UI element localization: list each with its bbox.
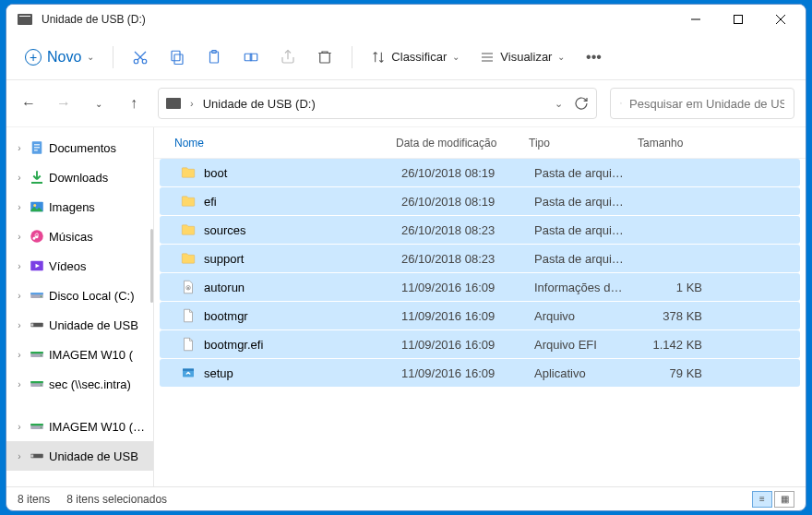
file-row[interactable]: bootmgr11/09/2016 16:09Arquivo378 KB (160, 302, 800, 329)
sidebar-item[interactable]: ›Unidade de USB (6, 310, 153, 340)
file-type: Pasta de arquivos (527, 252, 636, 266)
chevron-right-icon: › (14, 379, 25, 389)
file-icon (180, 336, 197, 353)
column-name[interactable]: Nome (167, 137, 388, 150)
column-type[interactable]: Tipo (521, 137, 630, 150)
chevron-right-icon: › (14, 350, 25, 360)
sidebar-item[interactable]: ›Unidade de USB (6, 441, 153, 471)
sidebar-item[interactable]: ›IMAGEM W10 ( (6, 340, 153, 369)
sidebar-item-label: sec (\\sec.intra) (49, 377, 131, 391)
scrollbar[interactable] (150, 229, 153, 303)
view-button[interactable]: Visualizar ⌄ (471, 44, 574, 70)
thumbnails-view-button[interactable]: ▦ (774, 491, 794, 508)
file-type: Aplicativo (527, 366, 636, 380)
explorer-window: Unidade de USB (D:) + Novo ⌄ Classificar… (6, 4, 806, 511)
sort-button[interactable]: Classificar ⌄ (362, 44, 469, 70)
file-row[interactable]: setup11/09/2016 16:09Aplicativo79 KB (160, 359, 800, 387)
sidebar-item-label: Músicas (49, 230, 93, 244)
chevron-right-icon: › (14, 422, 25, 432)
app-icon (180, 365, 197, 381)
sidebar-item[interactable]: ›Vídeos (6, 251, 153, 281)
toolbar: + Novo ⌄ Classificar ⌄ Visualizar ⌄ ••• (6, 34, 806, 80)
content: ›Documentos›Downloads›Imagens›Músicas›Ví… (6, 126, 806, 486)
details-view-button[interactable]: ≡ (752, 491, 772, 508)
chevron-right-icon: › (14, 291, 25, 301)
svg-point-43 (41, 426, 42, 428)
svg-rect-8 (174, 54, 183, 65)
sidebar-item-label: Documentos (49, 141, 116, 155)
sidebar-item[interactable]: ›Documentos (6, 133, 153, 162)
maximize-button[interactable] (717, 5, 759, 34)
separator (352, 46, 352, 68)
file-type: Arquivo (527, 309, 636, 323)
column-date[interactable]: Data de modificação (388, 137, 521, 150)
svg-rect-47 (187, 287, 189, 289)
file-type: Pasta de arquivos (527, 195, 636, 209)
svg-rect-42 (30, 424, 43, 425)
file-row[interactable]: boot26/10/2018 08:19Pasta de arquivos (160, 159, 800, 186)
sidebar-item-label: Disco Local (C:) (49, 289, 134, 303)
sort-icon (371, 50, 386, 65)
close-button[interactable] (759, 5, 802, 34)
address-bar[interactable]: › Unidade de USB (D:) ⌄ (158, 88, 597, 119)
file-row[interactable]: autorun11/09/2016 16:09Informações de C.… (160, 273, 800, 301)
rename-button[interactable] (233, 41, 269, 74)
folder-icon (180, 222, 197, 238)
svg-point-32 (41, 295, 42, 297)
file-date: 26/10/2018 08:19 (394, 195, 527, 209)
sidebar-item[interactable]: ›Imagens (6, 192, 153, 222)
svg-rect-23 (34, 147, 40, 148)
sidebar-item[interactable]: ›Downloads (6, 162, 153, 192)
chevron-down-icon: ⌄ (87, 52, 94, 62)
new-button[interactable]: + Novo ⌄ (16, 43, 103, 71)
sidebar-item[interactable]: ›Músicas (6, 222, 153, 251)
svg-point-40 (41, 384, 42, 386)
sidebar-item[interactable]: ›sec (\\sec.intra) (6, 369, 153, 399)
svg-point-19 (620, 102, 621, 103)
up-button[interactable]: ↑ (123, 92, 145, 114)
netdisk-icon (29, 418, 45, 435)
file-date: 26/10/2018 08:23 (394, 252, 527, 266)
chevron-right-icon: › (14, 320, 25, 330)
chevron-down-icon: ⌄ (557, 52, 565, 62)
file-row[interactable]: bootmgr.efi11/09/2016 16:09Arquivo EFI1.… (160, 330, 800, 358)
column-size[interactable]: Tamanho (630, 137, 704, 150)
file-name: bootmgr.efi (204, 338, 263, 352)
chevron-right-icon: › (14, 173, 25, 183)
file-row[interactable]: support26/10/2018 08:23Pasta de arquivos (160, 245, 800, 272)
sidebar-item[interactable]: ›Disco Local (C:) (6, 281, 153, 310)
copy-button[interactable] (160, 41, 195, 74)
file-date: 26/10/2018 08:23 (394, 223, 527, 237)
file-row[interactable]: efi26/10/2018 08:19Pasta de arquivos (160, 187, 800, 215)
delete-button[interactable] (307, 41, 342, 74)
inf-icon (180, 279, 197, 295)
chevron-down-icon[interactable]: ⌄ (555, 98, 563, 110)
sidebar-item-label: Unidade de USB (49, 449, 138, 463)
forward-button[interactable]: → (53, 92, 75, 114)
chevron-right-icon: › (14, 451, 25, 461)
file-type: Pasta de arquivos (527, 223, 636, 237)
file-row[interactable]: sources26/10/2018 08:23Pasta de arquivos (160, 216, 800, 244)
plus-icon: + (25, 49, 42, 66)
window-controls (675, 5, 802, 34)
refresh-icon[interactable] (574, 96, 589, 111)
file-name: setup (204, 366, 233, 380)
drive-icon (166, 98, 181, 109)
search-input[interactable] (629, 97, 784, 111)
minimize-button[interactable] (675, 5, 717, 34)
recent-button[interactable]: ⌄ (88, 92, 110, 114)
more-button[interactable]: ••• (576, 41, 611, 74)
titlebar: Unidade de USB (D:) (6, 5, 806, 34)
svg-rect-15 (320, 53, 330, 63)
svg-rect-9 (172, 51, 180, 61)
share-button[interactable] (270, 41, 305, 74)
cut-button[interactable] (123, 41, 158, 74)
back-button[interactable]: ← (18, 92, 40, 114)
svg-rect-36 (30, 352, 43, 353)
svg-point-37 (41, 354, 42, 356)
paste-button[interactable] (197, 41, 232, 74)
file-icon (180, 307, 197, 324)
sidebar-item[interactable]: ›IMAGEM W10 (E:) (6, 412, 153, 441)
folder-icon (180, 250, 197, 267)
search-bar[interactable] (610, 88, 794, 119)
